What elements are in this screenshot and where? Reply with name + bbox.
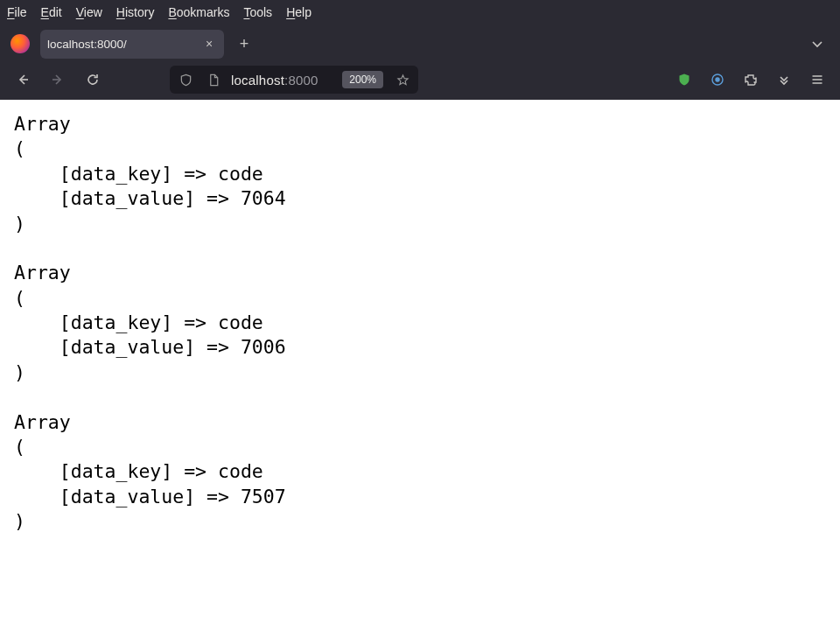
close-tab-button[interactable]: × xyxy=(201,36,217,52)
hamburger-menu-icon[interactable] xyxy=(803,66,831,94)
tab-title: localhost:8000/ xyxy=(47,38,194,51)
url-host: localhost xyxy=(231,73,284,88)
menu-bookmarks[interactable]: Bookmarks xyxy=(168,5,229,19)
firefox-logo-icon xyxy=(7,31,33,57)
shield-icon[interactable] xyxy=(175,69,196,90)
urlbar[interactable]: localhost:8000 200% xyxy=(170,66,418,94)
url-text[interactable]: localhost:8000 xyxy=(231,73,335,88)
list-tabs-button[interactable] xyxy=(805,32,830,56)
menu-edit[interactable]: Edit xyxy=(41,5,62,19)
protection-shield-icon[interactable] xyxy=(670,66,698,94)
account-icon[interactable] xyxy=(704,66,732,94)
new-tab-button[interactable]: + xyxy=(231,31,257,57)
extensions-icon[interactable] xyxy=(737,66,765,94)
reload-button[interactable] xyxy=(79,66,107,94)
svg-point-1 xyxy=(716,78,719,81)
page-icon xyxy=(203,69,224,90)
overflow-icon[interactable] xyxy=(770,66,798,94)
zoom-badge[interactable]: 200% xyxy=(342,71,383,88)
menu-help[interactable]: Help xyxy=(286,5,312,19)
menu-view[interactable]: View xyxy=(76,5,102,19)
tabstrip: localhost:8000/ × + xyxy=(0,24,840,60)
menu-history[interactable]: History xyxy=(116,5,155,19)
bookmark-star-icon[interactable] xyxy=(392,69,413,90)
url-port: :8000 xyxy=(284,73,318,88)
menu-file[interactable]: File xyxy=(7,5,27,19)
browser-tab[interactable]: localhost:8000/ × xyxy=(40,30,224,59)
back-button[interactable] xyxy=(9,66,37,94)
menubar: File Edit View History Bookmarks Tools H… xyxy=(0,0,840,24)
menu-tools[interactable]: Tools xyxy=(243,5,272,19)
page-content: Array ( [data_key] => code [data_value] … xyxy=(0,100,840,623)
forward-button[interactable] xyxy=(44,66,72,94)
navbar: localhost:8000 200% xyxy=(0,60,840,100)
